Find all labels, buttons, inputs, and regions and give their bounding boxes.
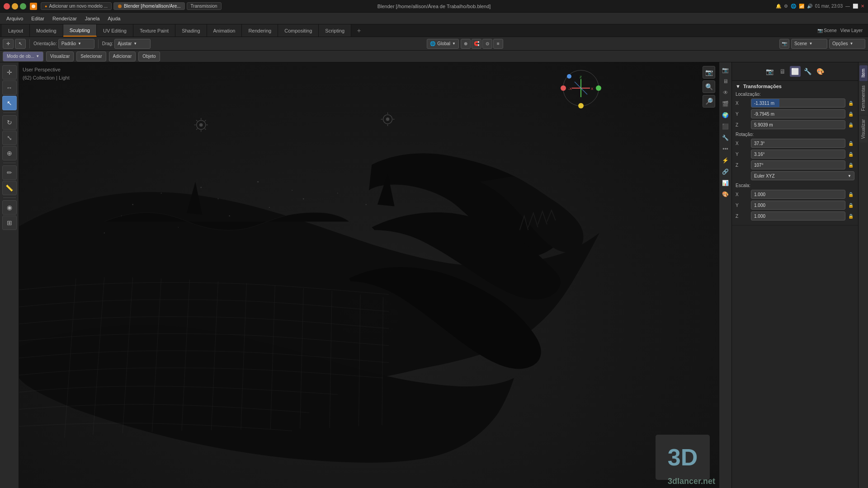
win-close-btn[interactable] [4, 3, 10, 9]
select-tool[interactable]: ↖ [2, 96, 17, 110]
measure-tool[interactable]: 📏 [2, 181, 17, 195]
rs-object-icon[interactable]: ⬛ [721, 122, 731, 131]
gizmo-circle[interactable]: X -X Z [563, 70, 599, 106]
camera-icon-btn[interactable]: 📷 [779, 39, 789, 49]
ws-tab-compositing[interactable]: Compositing [278, 24, 319, 37]
minimize-btn[interactable]: — [845, 4, 850, 9]
ws-tab-modeling[interactable]: Modeling [30, 24, 63, 37]
proportional-btn[interactable]: ⊙ [482, 39, 492, 49]
loc-x-lock[interactable]: 🔒 [847, 99, 854, 107]
cursor-tool[interactable]: ✛ [2, 65, 17, 80]
ws-tab-uvediting[interactable]: UV Editing [97, 24, 133, 37]
ws-tab-add[interactable]: ＋ [351, 24, 367, 37]
rot-y-lock[interactable]: 🔒 [847, 150, 854, 158]
objeto-btn[interactable]: Objeto [138, 52, 160, 61]
far-tab-visualizar[interactable]: Visualizar [859, 116, 868, 142]
scene-select[interactable]: Scene ▼ [791, 39, 827, 49]
grab-tool-btn[interactable]: ↖ [15, 39, 26, 49]
transform-btn[interactable]: ⊕ [461, 39, 471, 49]
rot-x-input[interactable]: 37.3° [751, 139, 845, 148]
rs-output-icon[interactable]: 🖥 [721, 76, 731, 86]
mode-select[interactable]: Modo de ob... ▼ [3, 52, 43, 61]
move-tool[interactable]: ↔ [2, 80, 17, 95]
rot-y-input[interactable]: 3.16° [751, 150, 845, 159]
rs-data-icon[interactable]: 📊 [721, 178, 731, 188]
snap-btn[interactable]: 🧲 [472, 39, 481, 49]
rs-view-icon[interactable]: 👁 [721, 88, 731, 98]
camera-view-btn[interactable]: 📷 [703, 66, 715, 79]
volume-icon[interactable]: 🔊 [807, 4, 812, 9]
global-select[interactable]: 🌐 Global ▼ [427, 39, 459, 49]
rot-z-input[interactable]: 107° [751, 160, 845, 169]
scale-z-lock[interactable]: 🔒 [847, 212, 854, 220]
selecionar-btn[interactable]: Selecionar [76, 52, 106, 61]
rs-physics-icon[interactable]: ⚡ [721, 155, 731, 165]
menu-renderizar[interactable]: Renderizar [49, 15, 80, 22]
win-max-btn[interactable] [20, 3, 26, 9]
restore-btn[interactable]: ⬜ [853, 4, 858, 9]
rs-world-icon[interactable]: 🌍 [721, 110, 731, 120]
props-tab-materials[interactable]: 🎨 [815, 66, 826, 77]
notification-icon[interactable]: 🔔 [776, 4, 781, 9]
scale-x-lock[interactable]: 🔒 [847, 191, 854, 198]
rs-render-icon[interactable]: 📷 [721, 65, 731, 75]
rs-material-icon[interactable]: 🎨 [721, 189, 731, 199]
rs-constraints-icon[interactable]: 🔗 [721, 167, 731, 177]
extra-tool[interactable]: ⊞ [2, 216, 17, 230]
rs-scene-icon[interactable]: 🎬 [721, 99, 731, 109]
transform-header[interactable]: ▼ Transformações [736, 84, 854, 89]
props-tab-modifiers[interactable]: 🔧 [802, 66, 813, 77]
network-icon[interactable]: 🌐 [791, 4, 796, 9]
loc-y-lock[interactable]: 🔒 [847, 110, 854, 117]
ws-tab-rendering[interactable]: Rendering [242, 24, 278, 37]
menu-editar[interactable]: Editar [28, 15, 48, 22]
loc-x-input[interactable]: -1.3311 m [751, 99, 845, 108]
rs-modifiers-icon[interactable]: 🔧 [721, 133, 731, 143]
rot-mode-select[interactable]: Euler XYZ ▼ [751, 171, 854, 180]
scale-y-lock[interactable]: 🔒 [847, 202, 854, 209]
ws-tab-animation[interactable]: Animation [207, 24, 242, 37]
ws-tab-sculpting[interactable]: Sculpting [63, 24, 97, 37]
titlebar-tab-2[interactable]: Blender [/home/allison/Are... [113, 2, 185, 10]
wifi-icon[interactable]: 📶 [799, 4, 804, 9]
menu-janela[interactable]: Janela [81, 15, 103, 22]
props-tab-object[interactable]: ⬜ [790, 66, 801, 77]
settings-icon[interactable]: ⚙ [784, 4, 788, 9]
ws-tab-scripting[interactable]: Scripting [319, 24, 351, 37]
visualizar-btn[interactable]: Visualizar [46, 52, 74, 61]
cursor-tool-btn[interactable]: ✛ [3, 39, 14, 49]
annotate-tool[interactable]: ✏ [2, 165, 17, 180]
orientation-select[interactable]: Padrão ▼ [58, 39, 94, 49]
menu-arquivo[interactable]: Arquivo [3, 15, 27, 22]
zoom-in-btn[interactable]: 🔍 [703, 80, 715, 93]
scale-x-input[interactable]: 1.000 [751, 190, 845, 199]
close-btn[interactable]: ✕ [861, 4, 864, 9]
scale-y-input[interactable]: 1.000 [751, 201, 845, 210]
gizmo-x-dot[interactable] [561, 85, 566, 91]
drag-select[interactable]: Ajustar ▼ [114, 39, 151, 49]
titlebar-tab-1[interactable]: ● Adicionar um novo modelo ... [41, 2, 112, 10]
far-tab-item[interactable]: Item [859, 65, 868, 81]
menu-ajuda[interactable]: Ajuda [104, 15, 124, 22]
ws-tab-texturepaint[interactable]: Texture Paint [133, 24, 175, 37]
scale-z-input[interactable]: 1.000 [751, 211, 845, 221]
extra-btn[interactable]: ≡ [493, 39, 503, 49]
options-select[interactable]: Opções ▼ [829, 39, 865, 49]
nav-gizmo[interactable]: X -X Z [561, 68, 601, 108]
scale-tool[interactable]: ⤡ [2, 131, 17, 145]
gizmo-z-bottom-dot[interactable] [578, 103, 584, 108]
transform-tool[interactable]: ⊕ [2, 146, 17, 160]
gizmo-y-dot[interactable] [596, 85, 601, 91]
loc-z-input[interactable]: 5.9039 m [751, 120, 845, 129]
zoom-out-btn[interactable]: 🔎 [703, 95, 715, 108]
rot-z-lock[interactable]: 🔒 [847, 161, 854, 169]
adicionar-btn[interactable]: Adicionar [109, 52, 136, 61]
props-tab-output[interactable]: 🖥 [777, 66, 788, 77]
add-tool[interactable]: ◉ [2, 200, 17, 215]
gizmo-blue-dot[interactable] [567, 74, 571, 79]
titlebar-tab-3[interactable]: Transmission [187, 2, 222, 10]
loc-y-input[interactable]: -9.7945 m [751, 109, 845, 118]
far-tab-ferramentas[interactable]: Ferramentas [859, 82, 868, 115]
rs-particles-icon[interactable]: ••• [721, 144, 731, 154]
win-min-btn[interactable] [12, 3, 18, 9]
